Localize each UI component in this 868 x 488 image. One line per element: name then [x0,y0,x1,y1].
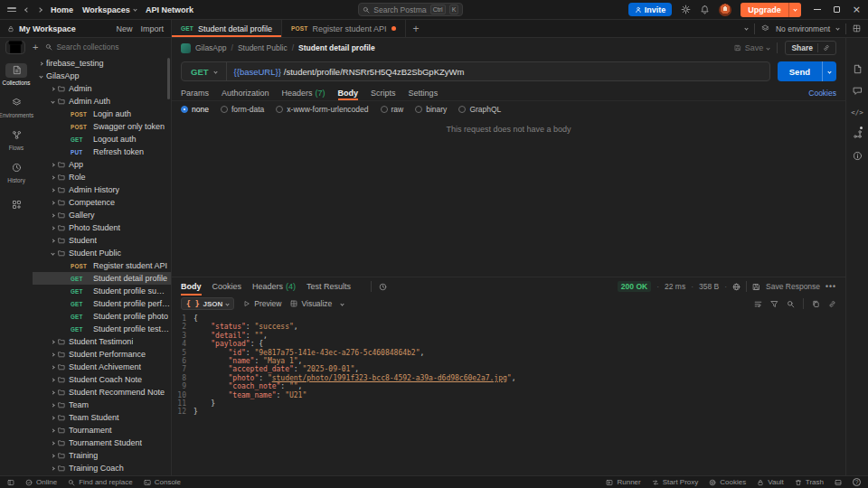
import-button[interactable]: Import [140,24,164,33]
chevron-down-icon[interactable] [341,302,344,305]
window-close-button[interactable]: × [853,5,861,14]
global-search[interactable]: Ctrl K [358,3,463,16]
new-button[interactable]: New [116,24,132,33]
back-icon[interactable] [24,7,30,13]
chevron-right-icon[interactable] [51,378,54,381]
response-time[interactable]: 22 ms [665,282,685,291]
avatar[interactable] [719,4,731,16]
tree-item-tournament[interactable]: Tournament [33,424,171,436]
request-tab-params[interactable]: Params [181,85,209,100]
tree-item-training[interactable]: Training [33,449,171,462]
method-selector[interactable]: GET [182,67,226,77]
body-mode-form-data[interactable]: form-data [221,105,264,114]
breadcrumb-collection[interactable]: GilasApp [195,43,227,52]
request-tab-scripts[interactable]: Scripts [371,85,396,100]
response-body-json[interactable]: 1 { 2 "status": "success", 3 "detail": "… [172,312,845,475]
chevron-down-icon[interactable] [51,251,54,255]
rail-item-flows[interactable]: Flows [0,123,33,155]
share-button[interactable]: Share [785,41,836,55]
photo-link[interactable]: student/photo/1991f323-bcc8-4592-a39a-d6… [272,374,507,382]
network-globe-icon[interactable] [732,283,741,291]
tree-item-app[interactable]: App [33,158,171,171]
rail-item-collections[interactable]: Collections [0,58,33,90]
save-response-button[interactable]: Save Response [766,282,820,291]
tree-item-tournament-student[interactable]: Tournament Student [33,436,171,449]
cookies-link[interactable]: Cookies [808,89,836,98]
tree-item-student-coach-note[interactable]: Student Coach Note [33,373,171,386]
context-code-snippet[interactable]: </> [846,101,868,123]
environment-quick-look-icon[interactable] [853,24,861,33]
chevron-right-icon[interactable] [51,441,54,445]
tree-item-refresh-token[interactable]: PUTRefresh token [33,145,171,158]
chevron-right-icon[interactable] [51,352,54,356]
request-tab-headers[interactable]: Headers (7) [282,85,326,100]
main-menu-icon[interactable] [7,7,16,12]
tree-item-competence[interactable]: Competence [33,196,171,209]
context-documentation[interactable] [846,58,868,80]
tree-item-student-profile-photo[interactable]: GETStudent profile photo [33,310,171,323]
tree-item-login-auth[interactable]: POSTLogin auth [33,108,171,120]
chevron-right-icon[interactable] [51,201,54,204]
statusbar-toggle-bottom-panel[interactable] [835,479,842,486]
sidebar-search[interactable] [45,42,165,52]
context-related-requests[interactable] [846,123,868,145]
tree-item-student-profile-performance[interactable]: GETStudent profile performance [33,297,171,310]
request-tab-settings[interactable]: Settings [409,85,439,100]
send-button[interactable]: Send [778,61,836,81]
response-tab-body[interactable]: Body [181,277,202,296]
window-maximize-button[interactable] [834,6,840,13]
tree-item-gallery[interactable]: Gallery [33,209,171,221]
tree-item-gilasapp[interactable]: GilasApp [33,70,171,82]
url-input[interactable]: {{baseURL}} /student/profile/RNSRr5H5Q4z… [226,62,769,80]
filter-icon[interactable] [770,300,778,308]
tree-item-student-achivement[interactable]: Student Achivement [33,361,171,373]
statusbar-trash[interactable]: Trash [795,478,824,486]
chevron-right-icon[interactable] [51,163,54,166]
nav-home[interactable]: Home [51,5,73,14]
tree-item-swagger-only-token[interactable]: POSTSwagger only token [33,120,171,133]
statusbar-online-status[interactable]: Online [25,478,57,486]
invite-button[interactable]: Invite [628,3,673,16]
statusbar-start-proxy[interactable]: Start Proxy [652,478,699,486]
open-tab-student-detail-profile[interactable]: GET Student detail profile [172,20,282,37]
response-tab-headers[interactable]: Headers (4) [252,277,296,296]
tree-item-admin-history[interactable]: Admin History [33,183,171,196]
response-history-clock-icon[interactable] [379,283,387,291]
chevron-right-icon[interactable] [51,403,54,407]
workspace-title[interactable]: My Workspace [19,24,76,33]
chevron-right-icon[interactable] [51,175,54,179]
chevron-right-icon[interactable] [51,454,54,457]
nav-api-network[interactable]: API Network [146,5,193,14]
chevron-right-icon[interactable] [51,428,54,432]
statusbar-help[interactable]: ? [853,478,861,486]
response-tab-cookies[interactable]: Cookies [212,277,242,296]
tree-item-student-public[interactable]: Student Public [33,247,171,259]
search-response-icon[interactable] [787,300,795,308]
tree-item-logout-auth[interactable]: GETLogout auth [33,133,171,145]
statusbar-runner[interactable]: Runner [606,478,640,486]
chevron-right-icon[interactable] [51,239,54,242]
tree-item-student[interactable]: Student [33,234,171,247]
tree-item-student-performance[interactable]: Student Performance [33,348,171,361]
statusbar-console[interactable]: Console [144,478,181,486]
add-collection-button[interactable]: + [31,42,40,52]
preview-button[interactable]: Preview [243,299,281,308]
tree-item-student-profile-testimoni[interactable]: GETStudent profile testimoni [33,323,171,335]
collection-browser-icon[interactable] [5,41,25,54]
tree-item-training-coach[interactable]: Training Coach [33,462,171,474]
upgrade-button[interactable]: Upgrade [741,3,801,17]
tree-item-student-recommend-note[interactable]: Student Recommend Note [33,386,171,399]
global-search-input[interactable] [373,5,426,14]
tree-item-admin-auth[interactable]: Admin Auth [33,95,171,108]
request-tab-body[interactable]: Body [338,85,359,100]
chevron-right-icon[interactable] [51,213,54,217]
statusbar-cookies[interactable]: Cookies [709,478,746,486]
chevron-right-icon[interactable] [51,466,54,470]
context-comments[interactable] [846,80,868,101]
body-mode-graphql[interactable]: GraphQL [458,105,501,114]
tree-item-register-student-api[interactable]: POSTRegister student API [33,259,171,272]
notifications-bell-icon[interactable] [700,5,710,14]
rail-item-more[interactable] [0,188,33,221]
rail-item-environments[interactable]: Environments [0,90,33,123]
save-button[interactable]: Save [734,43,770,52]
